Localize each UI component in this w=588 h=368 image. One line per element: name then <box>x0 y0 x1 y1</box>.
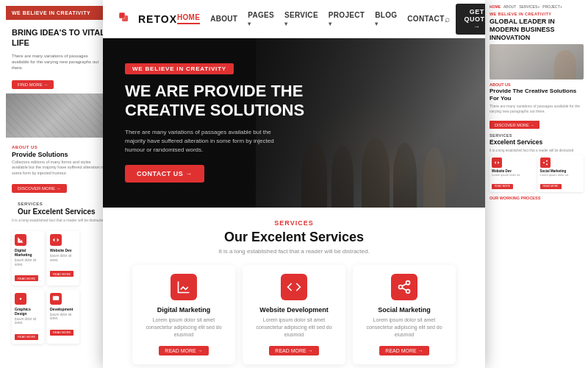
hero-title-line1: WE ARE PROVIDE THE <box>125 82 303 100</box>
card-2-desc: Lorem ipsum dolor sit amet consectetur a… <box>250 316 338 338</box>
navbar-logo: RETOX <box>118 11 177 27</box>
nav-item-project[interactable]: PROJECT ▾ <box>329 11 365 27</box>
navbar-icons: ⌕ GET QUOTE → <box>445 4 485 35</box>
left-card-title-2: Website Dev <box>50 248 76 252</box>
card-2-btn[interactable]: READ MORE → <box>269 346 318 355</box>
svg-point-8 <box>406 281 410 285</box>
left-read-btn-1[interactable]: READ MORE <box>15 275 38 281</box>
right-service-cards: Website Dev Lorem ipsum dolor sit. READ … <box>490 155 584 192</box>
services-title: Our Excelent Services <box>118 230 470 245</box>
hero-description: There are many variations of passages av… <box>125 128 287 155</box>
left-read-btn-2[interactable]: READ MORE <box>50 271 74 277</box>
card-1-desc: Lorem ipsum dolor sit amet consectetur a… <box>140 316 228 338</box>
card-3-btn[interactable]: READ MORE → <box>379 346 429 355</box>
left-chart-icon <box>15 234 26 246</box>
right-hero-title: GLOBAL LEADER IN MODERN BUSINESS INNOVAT… <box>490 18 584 41</box>
left-read-btn-3[interactable]: READ MORE <box>15 334 38 340</box>
right-about-title: Provide The Creative Solutions For You <box>490 88 584 102</box>
right-nav-services: SERVICES+ <box>519 4 539 9</box>
service-card-website: Website Development Lorem ipsum dolor si… <box>243 265 345 364</box>
card-3-title: Social Marketing <box>360 306 448 314</box>
left-code-icon <box>50 234 62 246</box>
main-panel: RETOX HOME ABOUT PAGES ▾ SERVICE ▾ PROJE… <box>103 0 485 368</box>
hero-title: WE ARE PROVIDE THE CREATIVE SOLUTIONS <box>125 82 304 121</box>
right-discover-button[interactable]: DISCOVER MORE → <box>490 121 539 129</box>
right-service-card-1: Website Dev Lorem ipsum dolor sit. READ … <box>490 155 536 192</box>
navbar-brand-name: RETOX <box>138 13 177 25</box>
left-service-cards-container: Digital Marketing Ipsum dolor sit amet. … <box>6 227 112 290</box>
right-read-btn-1[interactable]: READ MORE <box>492 184 513 189</box>
left-read-btn-4[interactable]: READ MORE <box>50 330 74 336</box>
svg-point-10 <box>406 289 410 293</box>
nav-item-home[interactable]: HOME <box>177 13 200 24</box>
left-card-title-3: Graphics Design <box>15 307 41 316</box>
nav-item-about[interactable]: ABOUT <box>210 15 237 23</box>
card-1-btn[interactable]: READ MORE → <box>159 346 208 355</box>
left-design-icon <box>15 293 26 305</box>
right-read-btn-2[interactable]: READ MORE <box>540 184 562 189</box>
card-2-title: Website Development <box>250 306 338 314</box>
hero-title-line2: CREATIVE SOLUTIONS <box>125 101 304 119</box>
left-card-title-1: Digital Marketing <box>15 248 41 257</box>
left-background-panel: WE BELIEVE IN CREATIVITY BRING IDEA'S TO… <box>0 0 118 368</box>
right-about-text: There are many variations of passages av… <box>490 104 584 114</box>
right-services-title: Excelent Services <box>490 138 584 146</box>
svg-rect-1 <box>53 296 59 300</box>
left-card-title-4: Development <box>50 307 76 311</box>
website-dev-icon <box>281 274 307 300</box>
left-service-card-2: Website Dev Ipsum dolor sit amet. READ M… <box>47 231 79 286</box>
nav-item-contact[interactable]: CONTACT <box>407 15 444 23</box>
right-hero-image <box>490 44 584 79</box>
left-dev-icon <box>50 293 62 305</box>
right-creativity-label: WE BELIEVE IN CREATIVITY <box>490 12 584 16</box>
services-label: SERVICES <box>118 219 470 227</box>
right-nav-project: PROJECT+ <box>542 4 562 9</box>
left-about-text: Collectors editions of many forms and st… <box>12 160 106 177</box>
left-services-label: SERVICES <box>12 199 106 208</box>
navbar: RETOX HOME ABOUT PAGES ▾ SERVICE ▾ PROJE… <box>103 0 485 38</box>
service-card-social: Social Marketing Lorem ipsum dolor sit a… <box>353 265 456 364</box>
contact-us-button[interactable]: CONTACT US → <box>125 165 204 183</box>
right-background-panel: HOME ABOUT SERVICES+ PROJECT+ WE BELIEVE… <box>485 0 588 368</box>
digital-marketing-icon <box>171 274 197 300</box>
right-services-label: SERVICES <box>490 133 584 138</box>
nav-item-service[interactable]: SERVICE ▾ <box>284 11 318 27</box>
left-team-image <box>6 93 112 138</box>
card-3-desc: Lorem ipsum dolor sit amet consectetur a… <box>360 316 448 338</box>
svg-point-2 <box>546 160 548 162</box>
right-nav-home: HOME <box>490 4 501 9</box>
left-top-label: WE BELIEVE IN CREATIVITY <box>6 6 112 20</box>
left-about-title: Provide Solutions <box>12 151 106 158</box>
hero-content: WE BELIEVE IN CREATIVITY WE ARE PROVIDE … <box>125 60 304 183</box>
svg-point-9 <box>399 286 403 289</box>
nav-item-pages[interactable]: PAGES ▾ <box>248 11 274 27</box>
right-nav-about: ABOUT <box>503 4 516 9</box>
left-services-subtitle: It is a long established fact that a rea… <box>12 216 106 225</box>
right-code-icon <box>492 158 502 168</box>
search-icon[interactable]: ⌕ <box>445 14 450 24</box>
retox-logo-icon <box>118 11 134 27</box>
right-service-card-2: Social Marketing Lorem ipsum dolor sit. … <box>538 155 584 192</box>
services-section: SERVICES Our Excelent Services It is a l… <box>103 208 485 368</box>
left-service-cards-row2: Graphics Design Ipsum dolor sit amet. RE… <box>6 290 112 349</box>
nav-item-blog[interactable]: BLOG ▾ <box>375 11 397 27</box>
left-discover-button[interactable]: DISCOVER MORE → <box>12 184 67 193</box>
left-hero-desc: There are many variations of passages av… <box>12 53 106 71</box>
left-find-more-button[interactable]: FIND MORE → <box>12 80 54 89</box>
hero-section: WE BELIEVE IN CREATIVITY WE ARE PROVIDE … <box>103 38 485 208</box>
svg-point-3 <box>543 162 545 163</box>
service-card-digital: Digital Marketing Lorem ipsum dolor sit … <box>132 265 235 364</box>
left-service-card-4: Development Ipsum dolor sit amet. READ M… <box>47 290 79 344</box>
right-working-label: OUR WORKING PROCESS <box>490 196 584 200</box>
hero-badge: WE BELIEVE IN CREATIVITY <box>125 63 234 74</box>
right-top-nav: HOME ABOUT SERVICES+ PROJECT+ <box>490 4 584 9</box>
right-services-subtitle: It is a long established fact that a rea… <box>490 149 584 152</box>
card-1-title: Digital Marketing <box>140 306 228 314</box>
right-about-label: ABOUT US <box>490 82 584 87</box>
get-quote-button[interactable]: GET QUOTE → <box>456 4 485 35</box>
right-share-icon <box>540 158 551 168</box>
social-marketing-icon <box>391 274 417 300</box>
left-service-card-3: Graphics Design Ipsum dolor sit amet. RE… <box>12 290 44 344</box>
services-subtitle: It is a long established fact that a rea… <box>118 248 470 255</box>
navbar-nav: HOME ABOUT PAGES ▾ SERVICE ▾ PROJECT ▾ B… <box>177 11 445 27</box>
